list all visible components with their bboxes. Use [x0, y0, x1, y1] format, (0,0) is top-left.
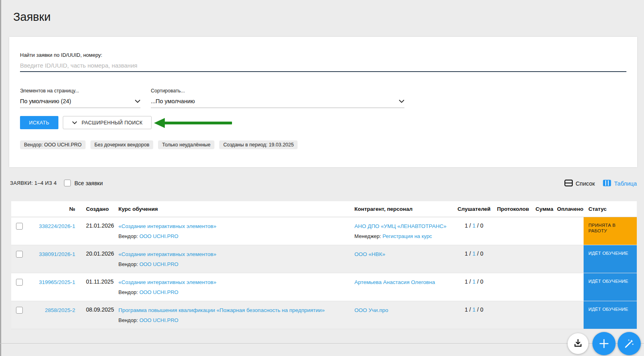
list-view-icon — [564, 180, 573, 188]
listeners-counts: 1 / 1 / 0 — [454, 217, 494, 245]
vendor-link[interactable]: ООО UCHI.PRO — [139, 317, 178, 323]
manager-label: Менеджер: — [354, 233, 381, 239]
request-number-link[interactable]: 2858/2025-2 — [45, 307, 75, 313]
vendor-label: Вендор: — [118, 233, 138, 239]
filter-chip-not-deleted: Только неудалённые — [158, 140, 214, 149]
listeners-active-link[interactable]: 1 — [472, 222, 476, 229]
course-link[interactable]: Программа повышения квалификации «Пожарн… — [118, 307, 325, 313]
vendor-link[interactable]: ООО UCHI.PRO — [139, 261, 178, 267]
header-created: Создано — [81, 206, 116, 212]
listeners-active-link[interactable]: 1 — [472, 278, 476, 285]
per-page-label: Элементов на страницу... — [20, 88, 79, 94]
listeners-active-link[interactable]: 1 — [472, 250, 476, 257]
table-row: 338224/2026-1 21.01.2026 «Создание интер… — [11, 217, 637, 245]
request-number-link[interactable]: 338224/2026-1 — [39, 223, 75, 229]
vendor-label: Вендор: — [118, 317, 138, 323]
filter-chip-created-period: Созданы в период: 19.03.2025 — [219, 140, 298, 149]
row-checkbox[interactable] — [16, 223, 23, 230]
filter-chip-vendor: Вендор: ООО UCHI.PRO — [20, 140, 86, 149]
annotation-arrow-icon — [154, 118, 233, 130]
counts-separator: / — [469, 278, 471, 285]
filter-chip-no-child-vendors: Без дочерних вендоров — [90, 140, 153, 149]
vendor-label: Вендор: — [118, 261, 138, 267]
table-header-row: № Создано Курс обучения Контрагент, перс… — [11, 201, 637, 217]
table-view-icon — [603, 180, 611, 188]
table-row: 319965/2025-1 01.11.2025 «Создание интер… — [11, 273, 637, 301]
search-panel: Найти заявки по ID/UUID, номеру: Элемент… — [9, 37, 637, 167]
table-row: 2858/2025-2 08.09.2025 Программа повышен… — [11, 301, 637, 329]
search-label: Найти заявки по ID/UUID, номеру: — [20, 52, 102, 58]
chevron-down-icon — [135, 98, 140, 105]
listeners-active-link[interactable]: 1 — [472, 306, 476, 313]
add-request-button[interactable] — [592, 332, 616, 355]
listeners-counts: 1 / 1 / 0 — [454, 273, 494, 301]
header-protocols: Протоколов — [494, 206, 532, 212]
download-icon — [573, 338, 583, 349]
plus-icon — [599, 338, 609, 349]
view-list-button[interactable]: Список — [564, 180, 595, 188]
magic-wand-button[interactable] — [618, 332, 641, 355]
status-badge: ИДЁТ ОБУЧЕНИЕ — [584, 301, 637, 329]
magic-wand-icon — [624, 338, 634, 349]
per-page-value: По умолчанию (24) — [20, 98, 71, 104]
course-link[interactable]: «Создание интерактивных элементов» — [118, 223, 216, 229]
contractor-link[interactable]: АНО ДПО «УМЦ «ЛЕНАВТОТРАНС» — [354, 223, 446, 229]
header-number: № — [25, 206, 81, 212]
view-table-button[interactable]: Таблица — [603, 180, 637, 188]
search-button[interactable]: ИСКАТЬ — [20, 116, 58, 129]
select-all-checkbox[interactable] — [64, 180, 71, 186]
listeners-done: 0 — [480, 222, 484, 229]
advanced-search-button[interactable]: РАСШИРЕННЫЙ ПОИСК — [63, 116, 152, 129]
page-title: Заявки — [13, 10, 51, 24]
course-link[interactable]: «Создание интерактивных элементов» — [118, 279, 216, 285]
sort-select[interactable]: ...По умолчанию — [151, 95, 404, 108]
course-link[interactable]: «Создание интерактивных элементов» — [118, 251, 216, 257]
chevron-down-icon — [399, 98, 404, 105]
contractor-link[interactable]: Артемьева Анастасия Олеговна — [354, 279, 435, 285]
table-row: 338091/2026-1 20.01.2026 «Создание интер… — [11, 245, 637, 273]
vendor-link[interactable]: ООО UCHI.PRO — [139, 289, 178, 295]
created-date: 01.11.2025 — [81, 273, 116, 301]
chevron-down-icon — [72, 120, 77, 126]
listeners-total: 1 — [465, 306, 468, 313]
sort-value: ...По умолчанию — [151, 98, 195, 104]
sort-label: Сортировать... — [151, 88, 185, 94]
counts-separator: / — [469, 222, 471, 229]
status-badge: ИДЁТ ОБУЧЕНИЕ — [584, 273, 637, 301]
header-contractor: Контрагент, персонал — [352, 206, 454, 212]
advanced-search-label: РАСШИРЕННЫЙ ПОИСК — [82, 120, 142, 126]
counts-separator: / — [477, 250, 479, 257]
header-course: Курс обучения — [116, 206, 352, 212]
listeners-total: 1 — [465, 250, 468, 257]
list-count: ЗАЯВКИ: 1–4 ИЗ 4 — [10, 180, 57, 186]
status-badge: ПРИНЯТА В РАБОТУ — [584, 217, 637, 245]
per-page-select[interactable]: По умолчанию (24) — [20, 95, 140, 108]
listeners-done: 0 — [480, 250, 484, 257]
contractor-link[interactable]: ООО Учи.про — [354, 307, 388, 313]
listeners-total: 1 — [465, 222, 468, 229]
row-checkbox[interactable] — [16, 279, 23, 286]
manager-link[interactable]: Регистрация на курс — [382, 233, 432, 239]
counts-separator: / — [469, 306, 471, 313]
search-input[interactable] — [20, 59, 626, 72]
active-filters: Вендор: ООО UCHI.PRO Без дочерних вендор… — [20, 140, 298, 149]
counts-separator: / — [477, 222, 479, 229]
created-date: 21.01.2026 — [81, 217, 116, 245]
row-checkbox[interactable] — [16, 307, 23, 314]
created-date: 20.01.2026 — [81, 245, 116, 273]
request-number-link[interactable]: 319965/2025-1 — [39, 279, 75, 285]
counts-separator: / — [477, 306, 479, 313]
view-table-label: Таблица — [614, 180, 637, 187]
row-checkbox[interactable] — [16, 251, 23, 258]
requests-table: № Создано Курс обучения Контрагент, перс… — [11, 201, 637, 329]
created-date: 08.09.2025 — [81, 301, 116, 329]
next-section-partial-text: ЗАЯВКИ: 1–4 ИЗ 4 — [22, 354, 302, 356]
request-number-link[interactable]: 338091/2026-1 — [39, 251, 75, 257]
section-divider — [0, 343, 644, 344]
header-listeners: Слушателей — [454, 206, 494, 212]
download-button[interactable] — [568, 333, 588, 354]
vendor-link[interactable]: ООО UCHI.PRO — [139, 233, 178, 239]
listeners-total: 1 — [465, 278, 468, 285]
contractor-link[interactable]: ООО «НВК» — [354, 251, 385, 257]
select-all-label: Все заявки — [74, 180, 103, 186]
